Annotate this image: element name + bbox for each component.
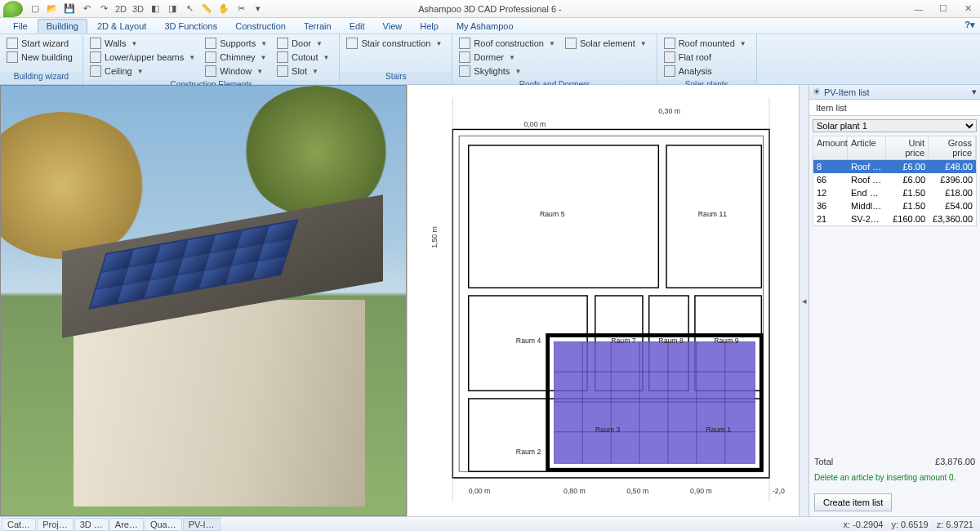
status-tab[interactable]: Qua… [145,518,182,531]
pv-tab-itemlist[interactable]: Item list [809,100,980,116]
col-amount[interactable]: Amount [813,136,848,159]
pv-table-row[interactable]: 21SV-235-1£160.00£3,360.00 [813,212,976,225]
close-button[interactable]: ✕ [956,1,980,17]
col-unit-price[interactable]: Unit price [886,136,929,159]
qat-dd-icon[interactable]: ▾ [251,2,265,16]
menu-help[interactable]: Help [412,20,447,33]
dim-label: 0,00 m [524,120,546,128]
chevron-down-icon: ▼ [549,40,555,47]
ribbon-new-building-button[interactable]: New building [5,51,78,64]
pv-cell-unit: £1.50 [886,186,929,199]
status-tab[interactable]: 3D … [74,518,109,531]
dim-label: 0,90 m [690,487,712,495]
col-article[interactable]: Article [848,136,886,159]
ribbon-door-button[interactable]: Door▼ [275,37,334,50]
qat-misc1-icon[interactable]: ◧ [148,2,163,16]
qat-3d-icon[interactable]: 3D [131,2,145,16]
pv-table-row[interactable]: 66Roof hook£6.00£396.00 [813,173,976,186]
qat-measure-icon[interactable]: 📏 [199,2,214,16]
pv-item-list-panel: ☀ PV-Item list ▾ Item list Solar plant 1… [808,85,980,516]
qat-undo-icon[interactable]: ↶ [79,2,94,16]
chevron-down-icon: ▼ [640,40,647,47]
chevron-down-icon: ▼ [137,68,144,75]
status-tab[interactable]: Proj… [37,518,74,531]
new-building-icon [7,51,18,63]
pv-table-row[interactable]: 36Middle clamp£1.50£54.00 [813,199,976,212]
menu-building[interactable]: Building [38,19,87,33]
menu-edit[interactable]: Edit [341,20,373,33]
room-label: Raum 5 [540,210,565,218]
qat-pointer-icon[interactable]: ↖ [182,2,197,16]
menu-file[interactable]: File [5,20,36,33]
menu-my-ashampoo[interactable]: My Ashampoo [448,20,522,33]
menu-construction[interactable]: Construction [227,20,294,33]
qat-misc2-icon[interactable]: ◨ [165,2,180,16]
side-panel-toggle[interactable]: ◂ [799,85,808,516]
room-label: Raum 11 [698,210,728,218]
ceiling-icon [90,65,101,77]
menu-terrain[interactable]: Terrain [296,20,340,33]
col-gross-price[interactable]: Gross price [929,136,976,159]
qat-save-icon[interactable]: 💾 [62,2,77,16]
solar-plant-select[interactable]: Solar plant 1 [813,119,977,132]
create-item-list-button[interactable]: Create item list [814,493,892,511]
pv-cell-gross: £3,360.00 [929,212,976,225]
pv-panel-menu-icon[interactable]: ▾ [972,87,977,97]
ribbon-slot-button[interactable]: Slot▼ [275,65,334,78]
pv-cell-unit: £1.50 [886,199,929,212]
pv-item-table: Amount Article Unit price Gross price 8R… [813,136,977,226]
chevron-down-icon: ▼ [514,68,521,75]
ribbon-window-button[interactable]: Window▼ [203,65,272,78]
viewport-3d[interactable]: — ☐ ✕ [0,85,407,516]
menu--d-functions[interactable]: 3D Functions [156,20,225,33]
status-tab[interactable]: PV-I… [183,518,220,531]
ribbon-walls-button[interactable]: Walls▼ [88,37,200,50]
viewport-2d[interactable]: Raum 5 Raum 11 Raum 4 Raum 7 Raum 8 Raum… [407,85,799,516]
minimize-button[interactable]: — [906,1,931,17]
chevron-down-icon: ▼ [509,54,515,61]
skylights-icon [459,65,470,77]
pv-table-row[interactable]: 8Roof mounted pr...£6.00£48.00 [813,160,976,173]
qat-cut-icon[interactable]: ✂ [234,2,248,16]
ribbon-lower-upper-beams-button[interactable]: Lower/upper beams▼ [88,51,200,64]
chevron-down-icon: ▼ [261,40,267,47]
status-tab[interactable]: Are… [109,518,144,531]
ribbon-roof-mounted-button[interactable]: Roof mounted▼ [662,37,751,50]
ribbon-solar-element-button[interactable]: Solar element▼ [564,37,652,50]
qat-2d-icon[interactable]: 2D [114,2,128,16]
maximize-button[interactable]: ☐ [931,1,956,17]
ribbon-start-wizard-button[interactable]: Start wizard [5,37,78,50]
ribbon-roof-construction-button[interactable]: Roof construction▼ [457,37,560,50]
ribbon-analysis-button[interactable]: Analysis [662,65,751,78]
ribbon-stair-construction-button[interactable]: Stair construction▼ [345,37,447,50]
qat-redo-icon[interactable]: ↷ [96,2,111,16]
ribbon-ceiling-button[interactable]: Ceiling▼ [88,65,200,78]
window-title: Ashampoo 3D CAD Professional 6 - [418,4,561,14]
title-bar: ▢ 📂 💾 ↶ ↷ 2D 3D ◧ ◨ ↖ 📏 ✋ ✂ ▾ Ashampoo 3… [0,0,980,18]
ribbon-chimney-button[interactable]: Chimney▼ [203,51,272,64]
ribbon-group-construction-elements: Walls▼Lower/upper beams▼Ceiling▼Supports… [83,34,340,84]
chevron-down-icon: ▼ [312,68,318,75]
menu-view[interactable]: View [375,20,411,33]
pv-cell-article: Roof mounted pr... [848,160,886,173]
qat-open-icon[interactable]: 📂 [45,2,60,16]
status-coords: x: -0.2904 y: 0.6519 z: 6.9721 [844,520,980,529]
pv-cell-unit: £6.00 [886,173,929,186]
ribbon-cutout-button[interactable]: Cutout▼ [275,51,334,64]
ribbon-dormer-button[interactable]: Dormer▼ [457,51,560,64]
help-icon[interactable]: ?▾ [964,20,975,30]
qat-new-icon[interactable]: ▢ [28,2,42,16]
status-tab[interactable]: Cat… [2,518,36,531]
menu--d-layout[interactable]: 2D & Layout [89,20,155,33]
ribbon-skylights-button[interactable]: Skylights▼ [457,65,560,78]
dim-label: -2,0 [773,487,785,495]
ribbon-supports-button[interactable]: Supports▼ [203,37,272,50]
pv-cell-article: SV-235-1 [848,212,886,225]
ribbon-group-roofs-and-dormers: Roof construction▼Dormer▼Skylights▼Solar… [452,34,657,84]
pv-table-row[interactable]: 12End clamp£1.50£18.00 [813,186,976,199]
cutout-icon [277,51,288,63]
pv-total-label: Total [814,457,833,466]
qat-hand-icon[interactable]: ✋ [216,2,231,16]
start-wizard-icon [7,38,18,49]
ribbon-flat-roof-button[interactable]: Flat roof [662,51,751,64]
